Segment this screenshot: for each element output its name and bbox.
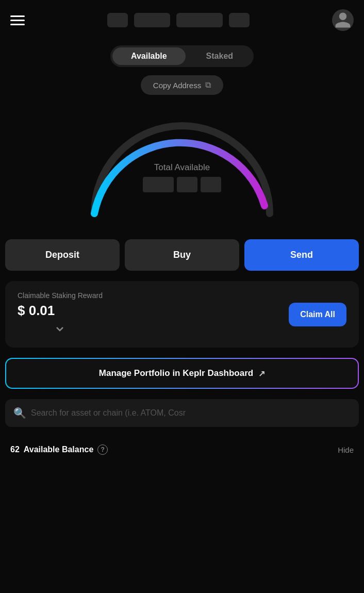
header [0, 0, 364, 40]
gauge-center: Total Available [143, 162, 221, 192]
balance-count: 62 [10, 445, 20, 454]
copy-address-container: Copy Address ⧉ [0, 75, 364, 95]
balance-label: Available Balance [24, 445, 93, 454]
header-tab-3[interactable] [176, 13, 223, 27]
action-buttons: Deposit Buy Send [0, 239, 364, 271]
gauge-value [143, 177, 221, 192]
tab-staked[interactable]: Staked [188, 47, 252, 65]
chevron-down-icon [54, 323, 66, 335]
search-input[interactable] [5, 399, 359, 427]
keplr-dashboard-label: Manage Portfolio in Keplr Dashboard [99, 368, 253, 378]
header-tab-1[interactable] [107, 13, 128, 27]
hide-label[interactable]: Hide [338, 446, 354, 454]
header-tab-4[interactable] [229, 13, 250, 27]
staking-expand-row[interactable] [18, 319, 103, 337]
gauge-label: Total Available [143, 162, 221, 173]
tab-toggle: Available Staked [0, 45, 364, 67]
copy-address-button[interactable]: Copy Address ⧉ [141, 75, 223, 95]
balance-gauge: Total Available [74, 105, 290, 229]
keplr-dashboard-button[interactable]: Manage Portfolio in Keplr Dashboard ↗ [6, 359, 358, 388]
tab-available[interactable]: Available [112, 47, 186, 65]
toggle-pill: Available Staked [110, 45, 254, 67]
bottom-bar: 62 Available Balance ? Hide [0, 437, 364, 462]
staking-reward-card: Claimable Staking Reward $ 0.01 Claim Al… [5, 281, 359, 348]
staking-label: Claimable Staking Reward [18, 291, 103, 300]
info-icon[interactable]: ? [97, 444, 108, 455]
gauge-value-block-3 [201, 177, 221, 192]
deposit-button[interactable]: Deposit [5, 239, 120, 271]
gauge-value-block-2 [177, 177, 197, 192]
staking-info: Claimable Staking Reward $ 0.01 [18, 291, 103, 337]
search-container: 🔍 [5, 399, 359, 427]
claim-all-button[interactable]: Claim All [289, 303, 346, 326]
header-nav-tabs [107, 13, 250, 27]
gauge-value-block-1 [143, 177, 174, 192]
balance-info: 62 Available Balance ? [10, 444, 108, 455]
copy-icon: ⧉ [205, 80, 211, 90]
keplr-dashboard-wrapper: Manage Portfolio in Keplr Dashboard ↗ [5, 358, 359, 389]
copy-address-label: Copy Address [153, 81, 201, 90]
header-tab-2[interactable] [134, 13, 170, 27]
staking-amount: $ 0.01 [18, 303, 103, 319]
external-link-icon: ↗ [258, 369, 265, 378]
avatar[interactable] [332, 9, 354, 31]
send-button[interactable]: Send [244, 239, 359, 271]
buy-button[interactable]: Buy [125, 239, 239, 271]
hamburger-menu-icon[interactable] [10, 15, 25, 25]
